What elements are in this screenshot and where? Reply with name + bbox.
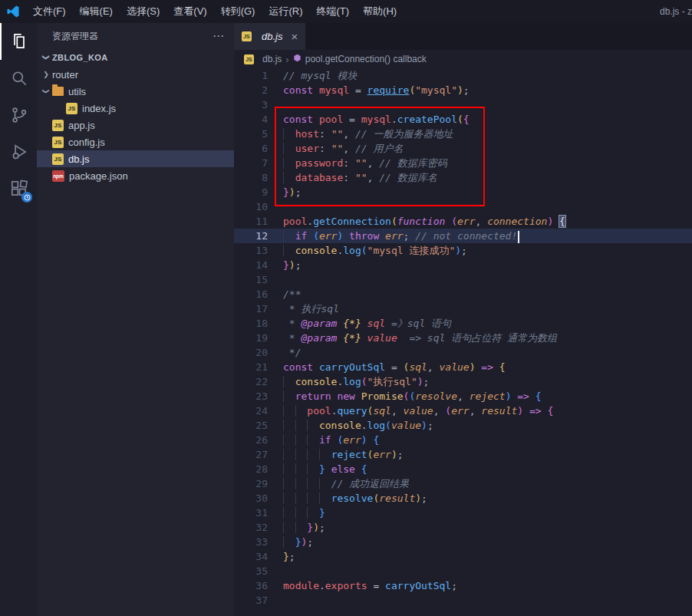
code-line[interactable]: 6 user: "", // 用户名 <box>234 141 692 156</box>
code-line[interactable]: 9}); <box>234 185 692 199</box>
code-token: } <box>319 507 325 519</box>
tree-item-router[interactable]: ❯router <box>37 66 234 83</box>
code-text: }); <box>268 535 313 549</box>
code-line[interactable]: 37 <box>234 593 692 608</box>
code-line[interactable]: 12 if (err) throw err; // not connected! <box>234 229 692 243</box>
code-text: password: "", // 数据库密码 <box>268 156 447 170</box>
code-line[interactable]: 27 reject(err); <box>234 447 692 462</box>
code-token: ; <box>463 84 470 96</box>
code-line[interactable]: 31 } <box>234 506 692 520</box>
code-line[interactable]: 17 * 执行sql <box>234 301 692 316</box>
code-line[interactable]: 29 // 成功返回结果 <box>234 476 692 491</box>
menu-edit[interactable]: 编辑(E) <box>73 0 120 23</box>
menu-help[interactable]: 帮助(H) <box>356 0 404 23</box>
code-line[interactable]: 2const mysql = require("mysql"); <box>234 83 692 97</box>
code-token: return <box>295 390 331 402</box>
code-line[interactable]: 5 host: "", // 一般为服务器地址 <box>234 127 692 141</box>
code-line[interactable]: 33 }); <box>234 535 692 549</box>
code-line[interactable]: 3 <box>234 97 692 112</box>
menu-run[interactable]: 运行(R) <box>262 0 309 23</box>
code-token: reject <box>470 390 506 402</box>
code-line[interactable]: 11pool.getConnection(function (err, conn… <box>234 214 692 229</box>
source-control-icon[interactable] <box>0 97 37 133</box>
menu-selection[interactable]: 选择(S) <box>120 0 166 23</box>
tree-item-db-js[interactable]: JSdb.js <box>37 150 234 167</box>
code-line[interactable]: 30 resolve(result); <box>234 491 692 506</box>
code-token: {*} <box>343 318 361 329</box>
code-line[interactable]: 14}); <box>234 258 692 272</box>
code-line[interactable]: 32 }); <box>234 520 692 535</box>
code-token: if <box>295 230 308 242</box>
tree-item-app-js[interactable]: JSapp.js <box>37 117 234 133</box>
code-token: sql <box>367 318 385 329</box>
breadcrumb-file[interactable]: JS db.js <box>244 54 282 64</box>
code-token: console <box>295 245 338 256</box>
code-text: resolve(result); <box>268 491 427 506</box>
menu-file[interactable]: 文件(F) <box>26 0 73 23</box>
code-line[interactable]: 25 console.log(value); <box>234 418 692 433</box>
menu-terminal[interactable]: 终端(T) <box>309 0 356 23</box>
tree-item-utils[interactable]: ❯utils <box>37 83 234 100</box>
code-text: const pool = mysql.createPool({ <box>268 112 470 127</box>
code-token <box>529 390 535 402</box>
code-line[interactable]: 36module.exports = carryOutSql; <box>234 578 692 593</box>
tab-db-js[interactable]: JS db.js × <box>234 23 305 50</box>
code-line[interactable]: 15 <box>234 272 692 287</box>
line-number: 23 <box>234 389 268 404</box>
code-text: // 成功返回结果 <box>268 476 409 491</box>
code-token: err <box>319 230 337 242</box>
code-line[interactable]: 28 } else { <box>234 462 692 476</box>
indent-guide <box>283 143 295 154</box>
explorer-icon[interactable] <box>0 23 37 60</box>
line-number: 32 <box>234 520 268 535</box>
code-token: err <box>451 405 469 417</box>
extensions-icon[interactable] <box>0 170 37 207</box>
code-line[interactable]: 10 <box>234 199 692 214</box>
code-line[interactable]: 23 return new Promise((resolve, reject) … <box>234 389 692 404</box>
code-line[interactable]: 34}; <box>234 549 692 564</box>
code-lines: 1// mysql 模块2const mysql = require("mysq… <box>234 68 692 608</box>
code-token: ; <box>295 259 302 271</box>
code-token: { <box>535 390 542 402</box>
code-line[interactable]: 21const carryOutSql = (sql, value) => { <box>234 360 692 374</box>
chevron-down-icon: ❯ <box>42 51 50 64</box>
search-icon[interactable] <box>0 60 37 97</box>
code-line[interactable]: 7 password: "", // 数据库密码 <box>234 156 692 170</box>
code-line[interactable]: 19 * @param {*} value => sql 语句占位符 通常为数组 <box>234 331 692 345</box>
tree-root-zblog-koa[interactable]: ❯ ZBLOG_KOA <box>37 49 234 66</box>
code-line[interactable]: 4const pool = mysql.createPool({ <box>234 112 692 127</box>
code-text: host: "", // 一般为服务器地址 <box>268 127 453 141</box>
line-number: 13 <box>234 243 268 258</box>
code-token: : <box>343 172 355 183</box>
code-line[interactable]: 35 <box>234 564 692 578</box>
code-token: , <box>475 216 487 227</box>
code-line[interactable]: 20 */ <box>234 345 692 360</box>
breadcrumb-symbol[interactable]: pool.getConnection() callback <box>293 54 427 64</box>
code-editor[interactable]: 1// mysql 模块2const mysql = require("mysq… <box>234 68 692 616</box>
line-number: 3 <box>234 97 268 112</box>
code-line[interactable]: 13 console.log("mysql 连接成功"); <box>234 243 692 258</box>
code-line[interactable]: 1// mysql 模块 <box>234 68 692 83</box>
code-line[interactable]: 24 pool.query(sql, value, (err, result) … <box>234 404 692 418</box>
code-line[interactable]: 18 * @param {*} sql =》sql 语句 <box>234 316 692 331</box>
menu-view[interactable]: 查看(V) <box>166 0 213 23</box>
code-line[interactable]: 8 database: "", // 数据库名 <box>234 170 692 185</box>
code-text <box>268 272 283 287</box>
code-line[interactable]: 22 console.log("执行sql"); <box>234 374 692 389</box>
code-token: } <box>283 186 289 198</box>
run-debug-icon[interactable] <box>0 133 37 170</box>
code-token: new <box>337 390 354 402</box>
code-line[interactable]: 26 if (err) { <box>234 433 692 447</box>
menu-go[interactable]: 转到(G) <box>214 0 262 23</box>
code-text: /** <box>268 287 301 301</box>
close-tab-icon[interactable]: × <box>291 30 298 43</box>
tree-item-config-js[interactable]: JSconfig.js <box>37 133 234 150</box>
indent-guide <box>319 478 331 489</box>
tree-item-label: app.js <box>68 120 95 131</box>
more-actions-icon[interactable]: ⋯ <box>213 29 225 43</box>
code-line[interactable]: 16/** <box>234 287 692 301</box>
tree-item-index-js[interactable]: JSindex.js <box>37 100 234 117</box>
line-number: 35 <box>234 564 268 578</box>
tree-item-package-json[interactable]: npmpackage.json <box>37 167 234 184</box>
code-token: value <box>367 332 397 344</box>
